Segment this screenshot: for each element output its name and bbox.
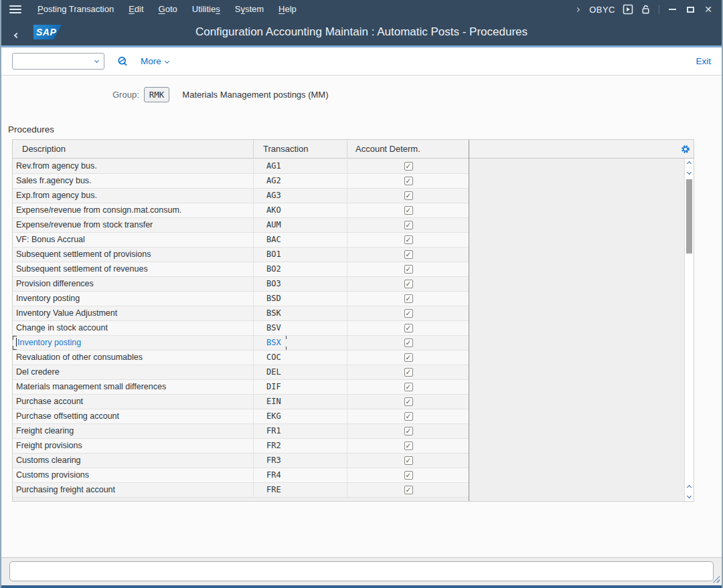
close-icon[interactable]: ✕: [703, 4, 714, 15]
description-cell[interactable]: Revaluation of other consumables: [13, 351, 253, 365]
transaction-cell[interactable]: FRE: [253, 483, 347, 497]
account-determ-checkbox[interactable]: ✓: [404, 471, 413, 480]
table-row[interactable]: Provision differencesBO3✓: [13, 277, 469, 292]
scroll-up-icon[interactable]: [685, 159, 694, 168]
unlocked-padlock-icon[interactable]: [641, 4, 651, 15]
transaction-cell[interactable]: DIF: [253, 380, 347, 394]
transaction-cell[interactable]: BAC: [253, 233, 347, 247]
description-cell[interactable]: Purchasing freight account: [13, 483, 253, 497]
description-cell[interactable]: Del credere: [13, 365, 253, 379]
table-row[interactable]: Inventory postingBSX✓: [13, 336, 469, 351]
transaction-cell[interactable]: BSD: [253, 292, 347, 306]
transaction-cell[interactable]: BO3: [253, 277, 347, 291]
description-cell[interactable]: Freight provisions: [13, 439, 253, 453]
maximize-icon[interactable]: [685, 4, 696, 15]
column-header-description[interactable]: Description: [13, 140, 253, 159]
account-determ-checkbox[interactable]: ✓: [404, 206, 413, 215]
account-determ-checkbox[interactable]: ✓: [404, 412, 413, 421]
menu-edit[interactable]: Edit: [121, 0, 151, 19]
transaction-cell[interactable]: COC: [253, 351, 347, 365]
account-determ-checkbox[interactable]: ✓: [404, 162, 413, 171]
account-determ-checkbox[interactable]: ✓: [404, 427, 413, 435]
menu-utilities[interactable]: Utilities: [185, 0, 228, 19]
account-determ-checkbox[interactable]: ✓: [404, 338, 413, 347]
table-row[interactable]: Inventory postingBSD✓: [13, 292, 469, 306]
account-determ-checkbox[interactable]: ✓: [404, 309, 413, 318]
column-header-account-determ[interactable]: Account Determ.: [347, 140, 469, 159]
table-row[interactable]: Exp.from agency bus.AG3✓: [13, 189, 469, 203]
description-cell[interactable]: Subsequent settlement of revenues: [13, 262, 253, 276]
command-input[interactable]: [13, 54, 104, 69]
transaction-cell[interactable]: DEL: [253, 365, 347, 379]
search-icon[interactable]: [116, 56, 129, 68]
description-cell[interactable]: Inventory Value Adjustment: [13, 306, 253, 320]
transaction-cell[interactable]: AUM: [253, 218, 347, 232]
gui-services-icon[interactable]: [623, 4, 633, 15]
transaction-cell[interactable]: BSX: [253, 336, 347, 350]
account-determ-checkbox[interactable]: ✓: [404, 324, 413, 332]
menu-posting-transaction[interactable]: Posting Transaction: [30, 0, 121, 19]
scrollbar-thumb[interactable]: [686, 179, 692, 254]
description-cell[interactable]: Sales fr.agency bus.: [13, 174, 253, 188]
table-row[interactable]: Inventory Value AdjustmentBSK✓: [13, 306, 469, 321]
description-cell[interactable]: Customs provisions: [13, 468, 253, 482]
chevron-right-icon[interactable]: [575, 7, 580, 11]
description-cell[interactable]: Expense/revenue from consign.mat.consum.: [13, 203, 253, 217]
back-icon[interactable]: [15, 28, 19, 40]
group-value-field[interactable]: RMK: [144, 87, 170, 102]
account-determ-checkbox[interactable]: ✓: [404, 294, 413, 303]
transaction-cell[interactable]: FR1: [253, 424, 347, 438]
transaction-cell[interactable]: BSV: [253, 321, 347, 335]
description-cell[interactable]: Rev.from agency bus.: [13, 159, 253, 173]
table-row[interactable]: Customs clearingFR3✓: [13, 454, 469, 468]
transaction-cell[interactable]: FR3: [253, 454, 347, 468]
account-determ-checkbox[interactable]: ✓: [404, 250, 413, 259]
transaction-cell[interactable]: FR4: [253, 468, 347, 482]
transaction-cell[interactable]: AG2: [253, 174, 347, 188]
table-row[interactable]: Materials management small differencesDI…: [13, 380, 469, 395]
table-row[interactable]: Subsequent settlement of provisionsBO1✓: [13, 248, 469, 262]
description-cell[interactable]: VF: Bonus Accrual: [13, 233, 253, 247]
table-row[interactable]: Customs provisionsFR4✓: [13, 468, 469, 483]
transaction-cell[interactable]: AG1: [253, 159, 347, 173]
exit-button[interactable]: Exit: [696, 56, 711, 66]
table-row[interactable]: VF: Bonus AccrualBAC✓: [13, 233, 469, 248]
transaction-cell[interactable]: FR2: [253, 439, 347, 453]
account-determ-checkbox[interactable]: ✓: [404, 177, 413, 185]
table-row[interactable]: Sales fr.agency bus.AG2✓: [13, 174, 469, 189]
table-row[interactable]: Purchasing freight accountFRE✓: [13, 483, 469, 498]
account-determ-checkbox[interactable]: ✓: [404, 353, 413, 362]
description-cell[interactable]: Customs clearing: [13, 454, 253, 468]
command-combobox[interactable]: [12, 53, 104, 70]
account-determ-checkbox[interactable]: ✓: [404, 383, 413, 391]
transaction-cell[interactable]: EKG: [253, 409, 347, 423]
transaction-cell[interactable]: EIN: [253, 395, 347, 409]
table-row[interactable]: Subsequent settlement of revenuesBO2✓: [13, 262, 469, 277]
vertical-scrollbar[interactable]: [684, 159, 694, 501]
description-cell[interactable]: Expense/revenue from stock transfer: [13, 218, 253, 232]
table-row[interactable]: Del credereDEL✓: [13, 365, 469, 380]
table-row[interactable]: Purchase offsetting accountEKG✓: [13, 409, 469, 424]
transaction-cell[interactable]: BSK: [253, 306, 347, 320]
transaction-cell[interactable]: BO1: [253, 248, 347, 262]
table-row[interactable]: Purchase accountEIN✓: [13, 395, 469, 409]
description-cell[interactable]: Inventory posting: [13, 292, 253, 306]
table-row[interactable]: Rev.from agency bus.AG1✓: [13, 159, 469, 174]
scroll-up-icon[interactable]: [685, 483, 694, 492]
description-cell[interactable]: Change in stock account: [13, 321, 253, 335]
table-row[interactable]: Revaluation of other consumablesCOC✓: [13, 351, 469, 365]
account-determ-checkbox[interactable]: ✓: [404, 221, 413, 229]
account-determ-checkbox[interactable]: ✓: [404, 191, 413, 200]
table-settings-gear-icon[interactable]: [681, 144, 690, 154]
menu-system[interactable]: System: [228, 0, 271, 19]
description-cell[interactable]: Materials management small differences: [13, 380, 253, 394]
transaction-cell[interactable]: BO2: [253, 262, 347, 276]
transaction-cell[interactable]: AG3: [253, 189, 347, 203]
account-determ-checkbox[interactable]: ✓: [404, 486, 413, 494]
transaction-cell[interactable]: AKO: [253, 203, 347, 217]
description-cell[interactable]: Freight clearing: [13, 424, 253, 438]
more-button[interactable]: More: [141, 56, 169, 66]
table-row[interactable]: Expense/revenue from stock transferAUM✓: [13, 218, 469, 233]
account-determ-checkbox[interactable]: ✓: [404, 368, 413, 377]
scroll-down-icon[interactable]: [685, 168, 694, 177]
